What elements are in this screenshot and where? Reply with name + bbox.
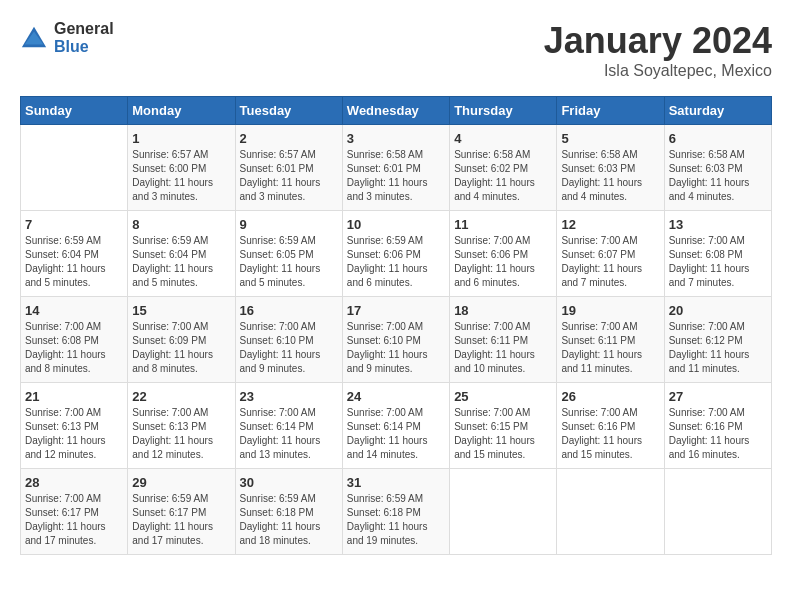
day-info: Sunrise: 6:58 AMSunset: 6:01 PMDaylight:…: [347, 148, 445, 204]
day-number: 16: [240, 303, 338, 318]
day-info: Sunrise: 7:00 AMSunset: 6:10 PMDaylight:…: [240, 320, 338, 376]
calendar-cell: 10Sunrise: 6:59 AMSunset: 6:06 PMDayligh…: [342, 211, 449, 297]
calendar-week-row: 28Sunrise: 7:00 AMSunset: 6:17 PMDayligh…: [21, 469, 772, 555]
calendar-cell: 20Sunrise: 7:00 AMSunset: 6:12 PMDayligh…: [664, 297, 771, 383]
day-number: 18: [454, 303, 552, 318]
day-info: Sunrise: 7:00 AMSunset: 6:11 PMDaylight:…: [561, 320, 659, 376]
calendar-cell: 11Sunrise: 7:00 AMSunset: 6:06 PMDayligh…: [450, 211, 557, 297]
header-wednesday: Wednesday: [342, 97, 449, 125]
day-info: Sunrise: 7:00 AMSunset: 6:12 PMDaylight:…: [669, 320, 767, 376]
day-number: 12: [561, 217, 659, 232]
calendar-cell: 6Sunrise: 6:58 AMSunset: 6:03 PMDaylight…: [664, 125, 771, 211]
day-number: 24: [347, 389, 445, 404]
day-number: 7: [25, 217, 123, 232]
header-thursday: Thursday: [450, 97, 557, 125]
logo-general: General: [54, 20, 114, 38]
calendar-cell: 27Sunrise: 7:00 AMSunset: 6:16 PMDayligh…: [664, 383, 771, 469]
location-title: Isla Soyaltepec, Mexico: [544, 62, 772, 80]
calendar-cell: 24Sunrise: 7:00 AMSunset: 6:14 PMDayligh…: [342, 383, 449, 469]
day-info: Sunrise: 7:00 AMSunset: 6:16 PMDaylight:…: [669, 406, 767, 462]
day-number: 1: [132, 131, 230, 146]
calendar-cell: 15Sunrise: 7:00 AMSunset: 6:09 PMDayligh…: [128, 297, 235, 383]
day-number: 22: [132, 389, 230, 404]
day-info: Sunrise: 6:59 AMSunset: 6:04 PMDaylight:…: [25, 234, 123, 290]
header-sunday: Sunday: [21, 97, 128, 125]
day-number: 9: [240, 217, 338, 232]
day-number: 17: [347, 303, 445, 318]
day-number: 25: [454, 389, 552, 404]
calendar-cell: 25Sunrise: 7:00 AMSunset: 6:15 PMDayligh…: [450, 383, 557, 469]
day-number: 2: [240, 131, 338, 146]
day-info: Sunrise: 7:00 AMSunset: 6:10 PMDaylight:…: [347, 320, 445, 376]
calendar-week-row: 1Sunrise: 6:57 AMSunset: 6:00 PMDaylight…: [21, 125, 772, 211]
calendar-cell: 16Sunrise: 7:00 AMSunset: 6:10 PMDayligh…: [235, 297, 342, 383]
logo: General Blue: [20, 20, 114, 55]
day-info: Sunrise: 6:58 AMSunset: 6:03 PMDaylight:…: [561, 148, 659, 204]
calendar-cell: 12Sunrise: 7:00 AMSunset: 6:07 PMDayligh…: [557, 211, 664, 297]
calendar-cell: 19Sunrise: 7:00 AMSunset: 6:11 PMDayligh…: [557, 297, 664, 383]
calendar-cell: 3Sunrise: 6:58 AMSunset: 6:01 PMDaylight…: [342, 125, 449, 211]
calendar-cell: 1Sunrise: 6:57 AMSunset: 6:00 PMDaylight…: [128, 125, 235, 211]
calendar-cell: 7Sunrise: 6:59 AMSunset: 6:04 PMDaylight…: [21, 211, 128, 297]
calendar-header-row: SundayMondayTuesdayWednesdayThursdayFrid…: [21, 97, 772, 125]
logo-text: General Blue: [54, 20, 114, 55]
day-number: 28: [25, 475, 123, 490]
day-info: Sunrise: 7:00 AMSunset: 6:09 PMDaylight:…: [132, 320, 230, 376]
calendar-cell: 31Sunrise: 6:59 AMSunset: 6:18 PMDayligh…: [342, 469, 449, 555]
calendar-cell: 18Sunrise: 7:00 AMSunset: 6:11 PMDayligh…: [450, 297, 557, 383]
day-number: 21: [25, 389, 123, 404]
day-info: Sunrise: 6:59 AMSunset: 6:18 PMDaylight:…: [347, 492, 445, 548]
day-info: Sunrise: 6:57 AMSunset: 6:00 PMDaylight:…: [132, 148, 230, 204]
calendar-cell: 17Sunrise: 7:00 AMSunset: 6:10 PMDayligh…: [342, 297, 449, 383]
day-number: 23: [240, 389, 338, 404]
day-number: 11: [454, 217, 552, 232]
calendar-week-row: 14Sunrise: 7:00 AMSunset: 6:08 PMDayligh…: [21, 297, 772, 383]
day-number: 4: [454, 131, 552, 146]
day-info: Sunrise: 7:00 AMSunset: 6:08 PMDaylight:…: [25, 320, 123, 376]
day-info: Sunrise: 7:00 AMSunset: 6:16 PMDaylight:…: [561, 406, 659, 462]
day-number: 27: [669, 389, 767, 404]
calendar-cell: 29Sunrise: 6:59 AMSunset: 6:17 PMDayligh…: [128, 469, 235, 555]
calendar-cell: 5Sunrise: 6:58 AMSunset: 6:03 PMDaylight…: [557, 125, 664, 211]
calendar-cell: 23Sunrise: 7:00 AMSunset: 6:14 PMDayligh…: [235, 383, 342, 469]
day-info: Sunrise: 6:59 AMSunset: 6:05 PMDaylight:…: [240, 234, 338, 290]
calendar-cell: 30Sunrise: 6:59 AMSunset: 6:18 PMDayligh…: [235, 469, 342, 555]
calendar-cell: 13Sunrise: 7:00 AMSunset: 6:08 PMDayligh…: [664, 211, 771, 297]
day-info: Sunrise: 7:00 AMSunset: 6:13 PMDaylight:…: [25, 406, 123, 462]
calendar-cell: 14Sunrise: 7:00 AMSunset: 6:08 PMDayligh…: [21, 297, 128, 383]
day-number: 6: [669, 131, 767, 146]
day-number: 29: [132, 475, 230, 490]
day-info: Sunrise: 7:00 AMSunset: 6:11 PMDaylight:…: [454, 320, 552, 376]
calendar-cell: 22Sunrise: 7:00 AMSunset: 6:13 PMDayligh…: [128, 383, 235, 469]
calendar-table: SundayMondayTuesdayWednesdayThursdayFrid…: [20, 96, 772, 555]
day-info: Sunrise: 7:00 AMSunset: 6:14 PMDaylight:…: [347, 406, 445, 462]
calendar-week-row: 21Sunrise: 7:00 AMSunset: 6:13 PMDayligh…: [21, 383, 772, 469]
day-number: 20: [669, 303, 767, 318]
day-number: 15: [132, 303, 230, 318]
calendar-cell: [450, 469, 557, 555]
calendar-cell: 21Sunrise: 7:00 AMSunset: 6:13 PMDayligh…: [21, 383, 128, 469]
calendar-cell: 2Sunrise: 6:57 AMSunset: 6:01 PMDaylight…: [235, 125, 342, 211]
calendar-cell: 28Sunrise: 7:00 AMSunset: 6:17 PMDayligh…: [21, 469, 128, 555]
calendar-week-row: 7Sunrise: 6:59 AMSunset: 6:04 PMDaylight…: [21, 211, 772, 297]
header-friday: Friday: [557, 97, 664, 125]
day-info: Sunrise: 7:00 AMSunset: 6:08 PMDaylight:…: [669, 234, 767, 290]
day-info: Sunrise: 7:00 AMSunset: 6:15 PMDaylight:…: [454, 406, 552, 462]
day-number: 19: [561, 303, 659, 318]
day-info: Sunrise: 7:00 AMSunset: 6:07 PMDaylight:…: [561, 234, 659, 290]
calendar-cell: [21, 125, 128, 211]
day-info: Sunrise: 7:00 AMSunset: 6:13 PMDaylight:…: [132, 406, 230, 462]
calendar-cell: 4Sunrise: 6:58 AMSunset: 6:02 PMDaylight…: [450, 125, 557, 211]
day-number: 5: [561, 131, 659, 146]
logo-icon: [20, 24, 48, 52]
month-title: January 2024: [544, 20, 772, 62]
day-info: Sunrise: 6:59 AMSunset: 6:17 PMDaylight:…: [132, 492, 230, 548]
day-info: Sunrise: 6:58 AMSunset: 6:03 PMDaylight:…: [669, 148, 767, 204]
calendar-cell: 9Sunrise: 6:59 AMSunset: 6:05 PMDaylight…: [235, 211, 342, 297]
day-info: Sunrise: 6:59 AMSunset: 6:04 PMDaylight:…: [132, 234, 230, 290]
day-number: 13: [669, 217, 767, 232]
header-tuesday: Tuesday: [235, 97, 342, 125]
day-number: 3: [347, 131, 445, 146]
day-number: 10: [347, 217, 445, 232]
day-info: Sunrise: 6:58 AMSunset: 6:02 PMDaylight:…: [454, 148, 552, 204]
